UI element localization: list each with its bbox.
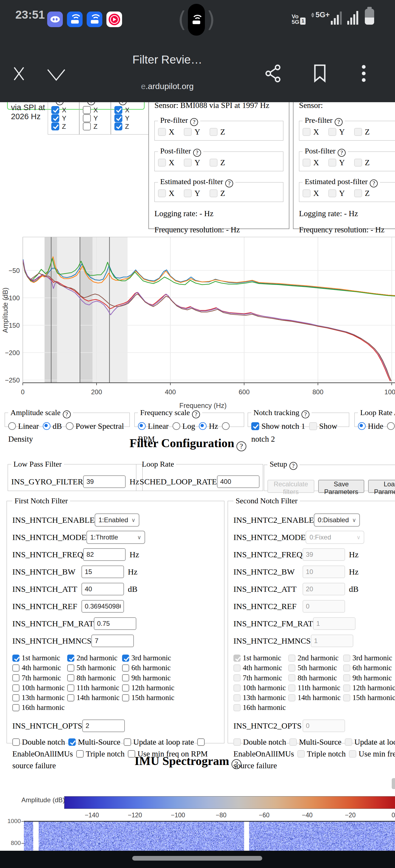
radio-option[interactable]: dB	[43, 421, 62, 430]
checkbox-option[interactable]: 5th harmonic	[67, 663, 122, 672]
load-parameters-button[interactable]: Load Parameters	[368, 480, 395, 493]
checkbox-option[interactable]: X	[51, 106, 66, 114]
checkbox-option[interactable]: 6th harmonic	[122, 663, 177, 672]
help-icon[interactable]: ?	[335, 118, 343, 126]
checkbox-icon[interactable]	[67, 684, 74, 691]
checkbox-icon[interactable]	[354, 128, 362, 136]
checkbox-option[interactable]: 1st harmonic	[233, 653, 288, 662]
checkbox-icon[interactable]	[184, 159, 192, 166]
checkbox-option[interactable]: Y	[184, 157, 200, 167]
param-input[interactable]	[303, 583, 345, 595]
checkbox-icon[interactable]	[288, 655, 295, 662]
checkbox-icon[interactable]	[12, 704, 20, 711]
checkbox-option[interactable]: Update at loop rate	[124, 737, 194, 746]
checkbox-option[interactable]: Z	[209, 188, 225, 198]
radio-option[interactable]: Show only	[387, 421, 395, 430]
checkbox-icon[interactable]	[289, 738, 297, 746]
overflow-menu-button[interactable]	[358, 64, 369, 83]
checkbox-icon[interactable]	[303, 128, 311, 136]
param-input[interactable]	[82, 565, 124, 578]
checkbox-icon[interactable]	[197, 738, 205, 746]
checkbox-icon[interactable]	[343, 655, 350, 662]
recalculate-filters-button[interactable]: Recalculate filters	[267, 480, 314, 493]
radio-icon[interactable]	[8, 422, 16, 430]
radio-option[interactable]: Linear	[8, 421, 39, 430]
checkbox-option[interactable]: 16th harmonic	[233, 703, 288, 712]
collapse-chevron-button[interactable]	[46, 68, 66, 82]
help-icon[interactable]: ?	[63, 410, 71, 418]
param-select[interactable]: 0:Disabled∨	[314, 514, 360, 527]
checkbox-option[interactable]: Z	[354, 188, 370, 198]
param-input[interactable]	[94, 617, 136, 630]
checkbox-icon[interactable]	[209, 189, 218, 197]
checkbox-option[interactable]: Z	[209, 127, 225, 136]
checkbox-option[interactable]: Multi-Source	[68, 737, 120, 746]
checkbox-icon[interactable]	[288, 674, 295, 681]
param-input[interactable]	[83, 548, 125, 561]
checkbox-icon[interactable]	[345, 738, 352, 746]
checkbox-option[interactable]: Update at loop rate	[345, 737, 395, 746]
checkbox-icon[interactable]	[309, 422, 317, 430]
param-input[interactable]	[303, 600, 345, 613]
checkbox-option[interactable]: Y	[328, 127, 345, 136]
checkbox-icon[interactable]	[83, 114, 91, 122]
checkbox-icon[interactable]	[158, 159, 166, 166]
checkbox-icon[interactable]	[122, 664, 129, 672]
checkbox-icon[interactable]	[251, 422, 259, 430]
checkbox-icon[interactable]	[343, 674, 350, 681]
checkbox-option[interactable]: Y	[83, 114, 98, 122]
checkbox-option[interactable]: Z	[83, 122, 97, 130]
radio-option[interactable]: Hz	[199, 421, 218, 430]
checkbox-icon[interactable]	[67, 664, 74, 672]
checkbox-option[interactable]: 7th harmonic	[12, 673, 67, 683]
checkbox-icon[interactable]	[233, 738, 241, 746]
checkbox-icon[interactable]	[51, 122, 59, 130]
radio-option[interactable]: Hide	[358, 421, 383, 430]
help-icon[interactable]: ?	[289, 462, 298, 470]
checkbox-option[interactable]: Double notch	[233, 737, 286, 746]
checkbox-option[interactable]: Y	[184, 188, 200, 198]
help-icon[interactable]: ?	[370, 180, 378, 187]
checkbox-icon[interactable]	[158, 128, 166, 136]
checkbox-option[interactable]: X	[303, 188, 319, 198]
param-select[interactable]: 0:Fixed∨	[306, 531, 364, 544]
checkbox-option[interactable]: 10th harmonic	[12, 683, 67, 692]
checkbox-option[interactable]: Y	[328, 157, 345, 167]
checkbox-option[interactable]: X	[303, 127, 319, 136]
checkbox-icon[interactable]	[67, 655, 74, 662]
checkbox-option[interactable]: 3rd harmonic	[122, 653, 177, 662]
radio-icon[interactable]	[358, 422, 366, 430]
checkbox-icon[interactable]	[114, 114, 122, 122]
checkbox-option[interactable]: Z	[114, 122, 129, 130]
checkbox-option[interactable]: 2nd harmonic	[67, 653, 122, 662]
help-icon[interactable]: ?	[231, 759, 242, 769]
checkbox-icon[interactable]	[233, 704, 241, 711]
checkbox-icon[interactable]	[12, 655, 20, 662]
checkbox-icon[interactable]	[122, 694, 129, 702]
help-icon[interactable]: ?	[302, 410, 309, 418]
checkbox-icon[interactable]	[83, 106, 91, 114]
radio-icon[interactable]	[43, 422, 51, 430]
share-button[interactable]	[264, 64, 283, 83]
amplitude-chart[interactable]: 02004006008001000−50−100−150−200−250Freq…	[0, 234, 395, 416]
checkbox-icon[interactable]	[233, 694, 241, 702]
param-input[interactable]	[313, 617, 356, 630]
checkbox-icon[interactable]	[209, 128, 218, 136]
checkbox-option[interactable]: 15th harmonic	[122, 693, 177, 702]
checkbox-icon[interactable]	[124, 738, 131, 746]
checkbox-option[interactable]: 16th harmonic	[12, 703, 67, 712]
checkbox-icon[interactable]	[12, 664, 20, 672]
help-icon[interactable]: ?	[236, 441, 246, 451]
checkbox-option[interactable]: Z	[209, 157, 225, 167]
checkbox-icon[interactable]	[184, 128, 192, 136]
checkbox-icon[interactable]	[233, 664, 241, 672]
checkbox-option[interactable]: 4th harmonic	[233, 663, 288, 672]
checkbox-icon[interactable]	[184, 189, 192, 197]
checkbox-option[interactable]: Z	[51, 122, 66, 130]
checkbox-option[interactable]: X	[83, 106, 98, 114]
checkbox-icon[interactable]	[12, 684, 20, 691]
help-icon[interactable]: ?	[192, 410, 200, 418]
checkbox-icon[interactable]	[328, 159, 336, 166]
help-icon[interactable]: ?	[338, 149, 346, 157]
param-input[interactable]	[82, 583, 124, 595]
